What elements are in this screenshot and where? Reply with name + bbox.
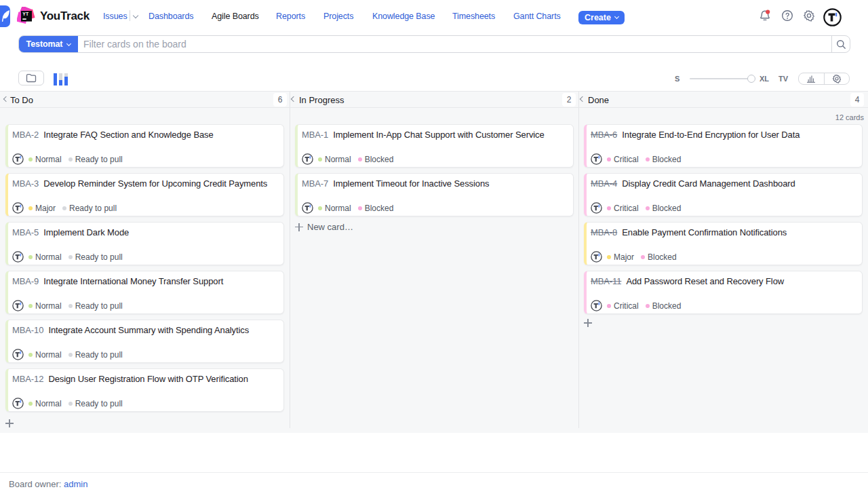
notification-badge <box>766 10 770 14</box>
nav-gantt-charts[interactable]: Gantt Charts <box>513 12 561 21</box>
card-MBA-7[interactable]: MBA-7Implement Timeout for Inactive Sess… <box>295 173 574 216</box>
card-title[interactable]: Display Credit Card Management Dashboard <box>622 178 795 190</box>
youtrack-logo[interactable]: YT <box>17 7 35 25</box>
issues-chevron-down-icon[interactable] <box>133 13 138 18</box>
add-card-button-todo[interactable] <box>5 418 14 430</box>
project-selector[interactable]: Testomat <box>19 36 78 52</box>
folder-icon <box>26 73 37 83</box>
card-MBA-4[interactable]: MBA-4Display Credit Card Management Dash… <box>584 173 863 216</box>
backlog-folder-button[interactable] <box>18 71 44 85</box>
create-button-label: Create <box>585 13 611 22</box>
card-MBA-1[interactable]: MBA-1Implement In-App Chat Support with … <box>295 124 574 168</box>
priority-label: Critical <box>614 155 639 164</box>
assignee-avatar[interactable] <box>591 153 602 165</box>
nav-projects[interactable]: Projects <box>323 12 353 21</box>
assignee-avatar[interactable] <box>12 300 24 311</box>
card-MBA-12[interactable]: MBA-12Design User Registration Flow with… <box>5 368 284 412</box>
chart-view-button[interactable] <box>799 73 824 84</box>
sidebar-toggle[interactable] <box>0 5 10 27</box>
card-id[interactable]: MBA-10 <box>12 324 43 337</box>
settings-gear-icon[interactable] <box>803 9 815 22</box>
card-MBA-10[interactable]: MBA-10Integrate Account Summary with Spe… <box>5 320 284 363</box>
collapse-column-icon[interactable] <box>3 96 9 102</box>
card-MBA-9[interactable]: MBA-9Integrate International Money Trans… <box>5 271 284 314</box>
card-MBA-3[interactable]: MBA-3Develop Reminder System for Upcomin… <box>5 173 284 216</box>
card-id[interactable]: MBA-5 <box>12 227 39 239</box>
nav-dashboards[interactable]: Dashboards <box>149 12 193 21</box>
top-header: YT YouTrack Issues Dashboards Agile Boar… <box>0 0 868 31</box>
card-title[interactable]: Integrate International Money Transfer S… <box>43 275 223 288</box>
card-MBA-2[interactable]: MBA-2Integrate FAQ Section and Knowledge… <box>5 124 284 168</box>
nav-timesheets[interactable]: Timesheets <box>452 12 495 21</box>
card-MBA-11[interactable]: MBA-11Add Password Reset and Recovery Fl… <box>584 271 863 314</box>
card-MBA-5[interactable]: MBA-5Implement Dark Mode Normal Ready to… <box>5 222 284 265</box>
assignee-avatar[interactable] <box>302 202 313 214</box>
board-progress-icon[interactable] <box>54 73 68 85</box>
user-avatar[interactable] <box>823 8 842 26</box>
card-title[interactable]: Implement Dark Mode <box>43 227 129 239</box>
progress-bar-todo <box>54 73 57 85</box>
progress-bar-done <box>64 77 68 85</box>
board-owner-label: Board owner: <box>9 479 61 489</box>
card-id[interactable]: MBA-12 <box>12 373 43 385</box>
assignee-avatar[interactable] <box>591 300 602 311</box>
collapse-column-icon[interactable] <box>291 96 296 102</box>
card-MBA-6[interactable]: MBA-6Integrate End-to-End Encryption for… <box>584 124 863 168</box>
card-id[interactable]: MBA-6 <box>591 129 617 141</box>
card-id[interactable]: MBA-3 <box>12 178 39 190</box>
assignee-avatar[interactable] <box>591 251 602 263</box>
card-title[interactable]: Design User Registration Flow with OTP V… <box>48 373 248 385</box>
assignee-avatar[interactable] <box>591 202 602 214</box>
card-title[interactable]: Implement Timeout for Inactive Sessions <box>333 178 489 190</box>
card-title[interactable]: Integrate FAQ Section and Knowledge Base <box>43 129 213 141</box>
card-id[interactable]: MBA-1 <box>302 129 328 141</box>
assignee-avatar[interactable] <box>12 202 24 214</box>
card-title[interactable]: Integrate End-to-End Encryption for User… <box>622 129 800 141</box>
state-dot <box>358 157 362 161</box>
filter-cards-input[interactable] <box>78 36 831 52</box>
assignee-avatar[interactable] <box>12 398 24 409</box>
card-id[interactable]: MBA-9 <box>12 275 39 288</box>
collapse-column-icon[interactable] <box>580 96 585 102</box>
state-label: Blocked <box>652 204 682 213</box>
priority-label: Normal <box>325 155 351 164</box>
column-header-done[interactable]: Done 4 <box>578 92 868 108</box>
card-title[interactable]: Develop Reminder System for Upcoming Cre… <box>43 178 267 190</box>
quill-icon <box>1 10 11 22</box>
card-title[interactable]: Integrate Account Summary with Spending … <box>48 324 249 337</box>
card-id[interactable]: MBA-7 <box>302 178 328 190</box>
card-MBA-8[interactable]: MBA-8Enable Payment Confirmation Notific… <box>584 222 863 265</box>
assignee-avatar[interactable] <box>12 349 24 360</box>
card-id[interactable]: MBA-8 <box>591 227 617 239</box>
nav-reports[interactable]: Reports <box>276 12 305 21</box>
priority-dot <box>28 206 33 210</box>
board-settings-button[interactable] <box>824 73 850 84</box>
priority-label: Critical <box>614 204 639 213</box>
zoom-slider-knob[interactable] <box>747 75 755 83</box>
card-title[interactable]: Implement In-App Chat Support with Custo… <box>333 129 544 141</box>
add-card-button-done[interactable] <box>584 318 592 330</box>
search-button[interactable] <box>831 36 850 52</box>
nav-knowledge-base[interactable]: Knowledge Base <box>372 12 435 21</box>
column-header-inprogress[interactable]: In Progress 2 <box>290 92 578 108</box>
card-title[interactable]: Add Password Reset and Recovery Flow <box>626 275 784 288</box>
card-title[interactable]: Enable Payment Confirmation Notification… <box>622 227 787 239</box>
card-id[interactable]: MBA-11 <box>591 275 621 288</box>
column-header-todo[interactable]: To Do 6 <box>0 92 290 108</box>
project-chevron-down-icon <box>66 41 71 45</box>
zoom-slider-track[interactable] <box>690 78 753 79</box>
assignee-avatar[interactable] <box>12 153 24 165</box>
card-id[interactable]: MBA-2 <box>12 129 39 141</box>
nav-issues[interactable]: Issues <box>103 12 127 21</box>
create-button[interactable]: Create <box>578 11 625 24</box>
assignee-avatar[interactable] <box>302 153 313 165</box>
assignee-avatar[interactable] <box>12 251 24 263</box>
notifications-bell-icon[interactable] <box>759 9 771 22</box>
card-id[interactable]: MBA-4 <box>591 178 617 190</box>
board-owner-link[interactable]: admin <box>64 479 87 489</box>
help-icon[interactable] <box>781 9 793 22</box>
state-dot <box>646 206 650 210</box>
nav-agile-boards[interactable]: Agile Boards <box>212 12 259 21</box>
tv-mode-label[interactable]: TV <box>778 75 788 83</box>
new-card-button[interactable]: New card… <box>295 222 353 232</box>
